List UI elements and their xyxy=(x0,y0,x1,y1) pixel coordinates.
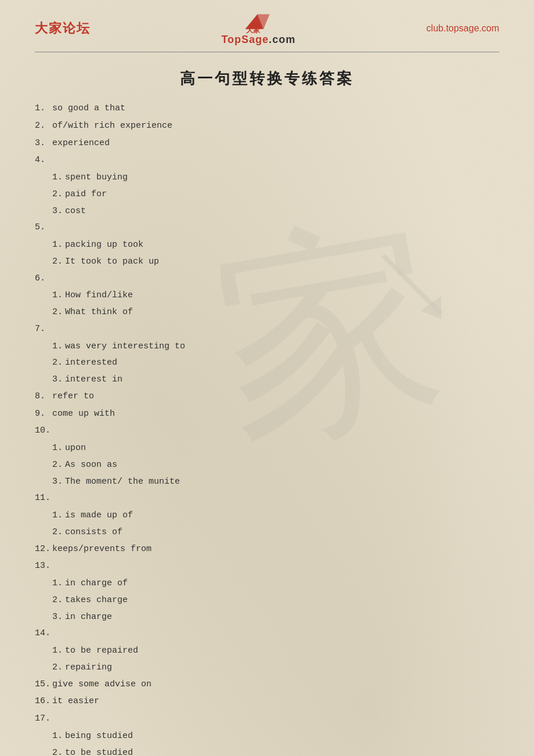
list-item: 2.consists of xyxy=(52,524,499,541)
list-item: 2.of/with rich experience xyxy=(35,118,499,134)
list-item: 3.in charge xyxy=(52,609,499,625)
sub-item-text: packing up took xyxy=(65,237,143,253)
list-item: 1.in charge of xyxy=(52,575,499,592)
sub-item-number: 3. xyxy=(52,372,65,388)
list-item: 2.interested xyxy=(52,355,499,371)
list-item: 16.it easier xyxy=(35,693,499,710)
sub-item-text: was very interesting to xyxy=(65,339,185,355)
list-item: 1.is made up of xyxy=(52,507,499,524)
list-item: 15.give some advise on xyxy=(35,676,499,693)
list-item: 17. xyxy=(35,711,499,727)
item-number: 11. xyxy=(35,490,52,506)
item-text: keeps/prevents from xyxy=(52,541,151,557)
sub-item-number: 3. xyxy=(52,474,65,490)
sub-item-text: to be repaired xyxy=(65,643,138,659)
list-item: 4. xyxy=(35,152,499,168)
page-title: 高一句型转换专练答案 xyxy=(35,69,499,89)
item-number: 14. xyxy=(35,625,52,642)
item-number: 12. xyxy=(35,541,52,557)
list-item: 2.repairing xyxy=(52,660,499,676)
item-text: come up with xyxy=(52,406,115,422)
item-number: 1. xyxy=(35,100,52,117)
sub-item-number: 1. xyxy=(52,643,65,659)
sub-item-number: 1. xyxy=(52,339,65,355)
sub-item-text: spent buying xyxy=(65,170,128,186)
list-item: 1.upon xyxy=(52,440,499,456)
sub-item-number: 3. xyxy=(52,203,65,219)
list-item: 2.takes charge xyxy=(52,592,499,609)
sub-item-text: is made up of xyxy=(65,507,133,524)
list-item: 1.being studied xyxy=(52,728,499,744)
list-item: 5. xyxy=(35,219,499,236)
sub-item-text: in charge xyxy=(65,609,112,625)
list-item: 10. xyxy=(35,423,499,439)
sub-item-text: The moment/ the munite xyxy=(65,474,180,490)
list-item: 8.refer to xyxy=(35,388,499,405)
item-text: of/with rich experience xyxy=(52,118,172,134)
list-item: 2.It took to pack up xyxy=(52,254,499,270)
answer-list: 1.so good a that2.of/with rich experienc… xyxy=(35,100,499,756)
item-text: it easier xyxy=(52,693,99,710)
list-item: 1.to be repaired xyxy=(52,643,499,659)
logo-text: TopSage.com xyxy=(221,34,295,46)
sub-item-number: 2. xyxy=(52,186,65,203)
list-item: 2.to be studied xyxy=(52,745,499,757)
item-number: 17. xyxy=(35,711,52,727)
list-item: 3.cost xyxy=(52,203,499,219)
item-text: experienced xyxy=(52,135,110,152)
list-item: 3.interest in xyxy=(52,372,499,388)
sub-item-text: What think of xyxy=(65,304,133,321)
sub-item-text: repairing xyxy=(65,660,112,676)
item-text: so good a that xyxy=(52,100,125,117)
list-item: 2.As soon as xyxy=(52,457,499,473)
list-item: 13. xyxy=(35,558,499,574)
list-item: 1.so good a that xyxy=(35,100,499,117)
item-number: 2. xyxy=(35,118,52,134)
sub-item-text: cost xyxy=(65,203,86,219)
sub-item-text: How find/like xyxy=(65,287,133,304)
list-item: 1.was very interesting to xyxy=(52,339,499,355)
item-number: 8. xyxy=(35,388,52,405)
sub-item-number: 1. xyxy=(52,287,65,304)
sub-item-number: 1. xyxy=(52,237,65,253)
topsage-logo-icon: 大家 xyxy=(241,10,276,34)
sub-item-number: 2. xyxy=(52,660,65,676)
sub-item-text: interest in xyxy=(65,372,122,388)
sub-item-text: in charge of xyxy=(65,575,128,592)
list-item: 12.keeps/prevents from xyxy=(35,541,499,557)
item-number: 16. xyxy=(35,693,52,710)
page-header: 大家论坛 大家 TopSage.com club.topsage.com xyxy=(35,0,499,52)
sub-item-text: It took to pack up xyxy=(65,254,159,270)
item-number: 3. xyxy=(35,135,52,152)
sub-item-number: 1. xyxy=(52,507,65,524)
list-item: 1.spent buying xyxy=(52,170,499,186)
sub-item-number: 3. xyxy=(52,609,65,625)
list-item: 1.packing up took xyxy=(52,237,499,253)
list-item: 7. xyxy=(35,321,499,337)
sub-item-text: upon xyxy=(65,440,86,456)
sub-item-number: 2. xyxy=(52,254,65,270)
sub-item-number: 2. xyxy=(52,524,65,541)
sub-item-text: paid for xyxy=(65,186,107,203)
item-number: 15. xyxy=(35,676,52,693)
item-number: 9. xyxy=(35,406,52,422)
list-item: 6. xyxy=(35,271,499,287)
list-item: 14. xyxy=(35,625,499,642)
list-item: 3.The moment/ the munite xyxy=(52,474,499,490)
sub-item-text: takes charge xyxy=(65,592,128,609)
list-item: 9.come up with xyxy=(35,406,499,422)
item-number: 10. xyxy=(35,423,52,439)
sub-item-text: interested xyxy=(65,355,117,371)
list-item: 11. xyxy=(35,490,499,506)
item-number: 7. xyxy=(35,321,52,337)
sub-item-number: 1. xyxy=(52,728,65,744)
sub-item-number: 1. xyxy=(52,575,65,592)
item-number: 6. xyxy=(35,271,52,287)
sub-item-number: 1. xyxy=(52,440,65,456)
list-item: 3.experienced xyxy=(35,135,499,152)
item-text: refer to xyxy=(52,388,94,405)
header-left-label: 大家论坛 xyxy=(35,20,91,37)
sub-item-number: 2. xyxy=(52,457,65,473)
sub-item-text: to be studied xyxy=(65,745,133,757)
header-logo: 大家 TopSage.com xyxy=(221,10,295,46)
